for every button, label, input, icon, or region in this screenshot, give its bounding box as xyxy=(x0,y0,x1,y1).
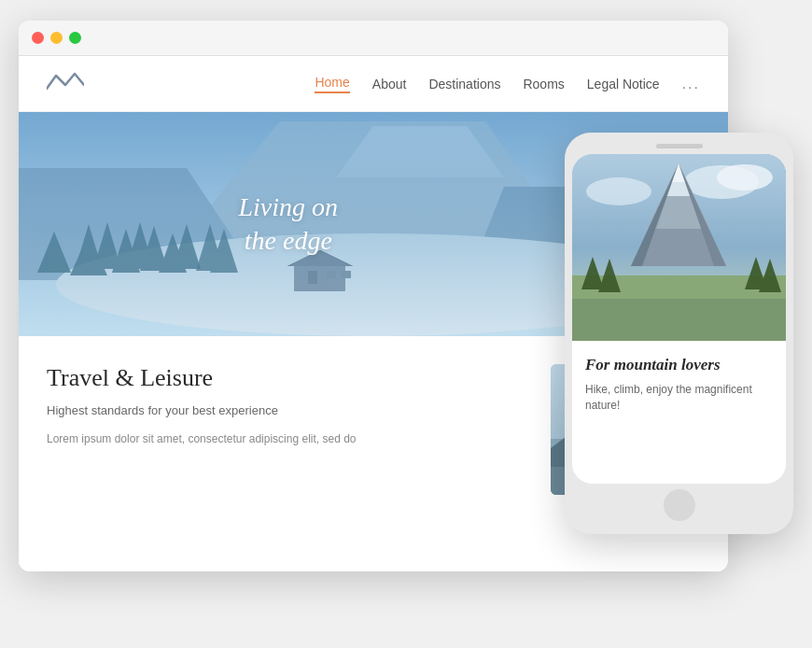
minimize-button-icon[interactable] xyxy=(50,32,63,44)
site-header: Home About Destinations Rooms Legal Noti… xyxy=(19,56,728,112)
mobile-content: For mountain lovers Hike, climb, enjoy t… xyxy=(572,341,786,484)
browser-chrome xyxy=(19,21,728,56)
svg-point-34 xyxy=(717,164,773,190)
nav-home[interactable]: Home xyxy=(315,75,349,93)
content-body: Lorem ipsum dolor sit amet, consectetur … xyxy=(47,430,523,447)
nav-about[interactable]: About xyxy=(372,77,407,92)
mobile-screen: For mountain lovers Hike, climb, enjoy t… xyxy=(572,154,786,484)
site-logo xyxy=(47,68,84,99)
svg-point-35 xyxy=(586,177,651,205)
nav-rooms[interactable]: Rooms xyxy=(523,77,564,92)
mobile-speaker xyxy=(656,144,703,148)
mobile-heading: For mountain lovers xyxy=(585,356,773,374)
hero-title: Living on the edge xyxy=(239,190,339,259)
mobile-mockup: For mountain lovers Hike, climb, enjoy t… xyxy=(565,133,793,534)
nav-more[interactable]: ... xyxy=(682,76,700,92)
logo-icon xyxy=(47,68,84,99)
mobile-home-button[interactable] xyxy=(664,489,695,521)
nav-legal-notice[interactable]: Legal Notice xyxy=(587,77,660,92)
site-nav: Home About Destinations Rooms Legal Noti… xyxy=(315,75,700,93)
scene: Home About Destinations Rooms Legal Noti… xyxy=(19,21,793,627)
content-subtitle: Highest standards for your best experien… xyxy=(47,403,523,417)
nav-destinations[interactable]: Destinations xyxy=(428,77,500,92)
hero-text: Living on the edge xyxy=(239,190,339,259)
mobile-description: Hike, climb, enjoy the magnificent natur… xyxy=(585,382,773,414)
mobile-hero-image xyxy=(572,154,786,341)
content-left: Travel & Leisure Highest standards for y… xyxy=(47,364,523,553)
close-button-icon[interactable] xyxy=(32,32,44,44)
maximize-button-icon[interactable] xyxy=(69,32,81,44)
content-title: Travel & Leisure xyxy=(47,364,523,392)
